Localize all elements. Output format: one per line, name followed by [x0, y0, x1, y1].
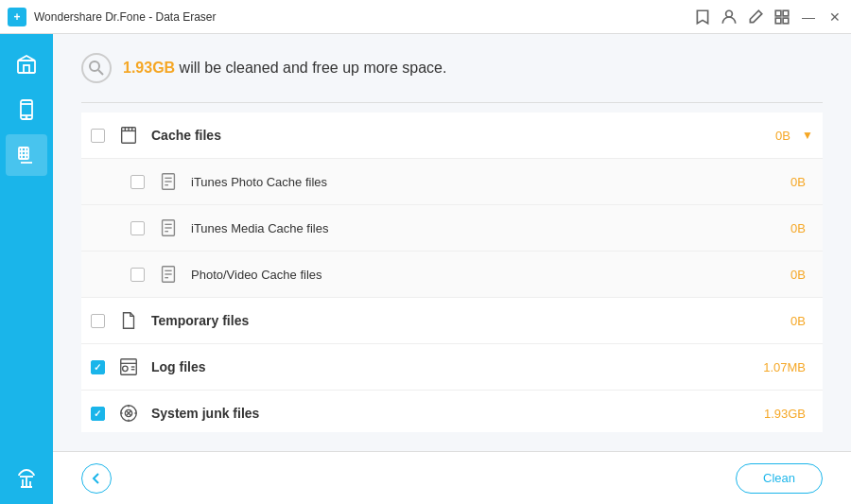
itunes-media-checkbox-wrap[interactable]: [129, 219, 146, 236]
windows-icon[interactable]: [773, 9, 790, 26]
log-label: Log files: [151, 359, 763, 374]
scan-result-text: 1.93GB will be cleaned and free up more …: [123, 60, 446, 77]
itunes-photo-checkbox[interactable]: [130, 175, 145, 189]
scan-description: will be cleaned and free up more space.: [175, 60, 446, 76]
cache-files-row[interactable]: Cache files 0B ▼: [81, 113, 823, 159]
photo-video-size: 0B: [790, 268, 806, 282]
temp-icon: [115, 307, 142, 334]
temp-files-row[interactable]: Temporary files 0B: [81, 298, 823, 344]
svg-point-16: [90, 61, 99, 71]
header-divider: [81, 102, 823, 103]
junk-checkbox-wrap[interactable]: [89, 405, 106, 422]
close-icon[interactable]: ✕: [826, 9, 843, 26]
cache-checkbox-wrap[interactable]: [89, 127, 106, 144]
cache-size: 0B: [775, 129, 790, 143]
photo-video-label: Photo/Video Cache files: [191, 268, 790, 282]
content-area: 1.93GB will be cleaned and free up more …: [53, 34, 851, 451]
itunes-media-cache-row[interactable]: iTunes Media Cache files 0B: [81, 205, 823, 252]
footer: Clean: [53, 451, 851, 504]
svg-rect-11: [19, 148, 28, 159]
sidebar-item-home[interactable]: [6, 43, 47, 85]
log-icon: [115, 354, 142, 380]
scan-header: 1.93GB will be cleaned and free up more …: [81, 53, 823, 83]
sidebar: [0, 34, 53, 504]
photo-video-cache-row[interactable]: Photo/Video Cache files 0B: [81, 252, 823, 298]
svg-rect-4: [783, 18, 789, 24]
app-logo: +: [8, 8, 26, 26]
search-icon: [81, 53, 112, 83]
junk-size: 1.93GB: [764, 407, 806, 421]
titlebar: + Wondershare Dr.Fone - Data Eraser — ✕: [0, 0, 851, 34]
photo-video-checkbox[interactable]: [130, 268, 145, 282]
svg-rect-5: [18, 61, 35, 73]
temp-label: Temporary files: [151, 313, 790, 328]
svg-rect-2: [783, 10, 789, 16]
itunes-media-size: 0B: [790, 221, 806, 235]
itunes-media-checkbox[interactable]: [130, 221, 145, 235]
itunes-media-icon: [155, 215, 182, 241]
junk-checkbox[interactable]: [91, 407, 105, 421]
back-button[interactable]: [81, 463, 112, 494]
itunes-photo-size: 0B: [790, 175, 806, 189]
cache-icon: [115, 122, 142, 148]
main-layout: 1.93GB will be cleaned and free up more …: [0, 34, 851, 504]
itunes-photo-checkbox-wrap[interactable]: [129, 173, 146, 190]
temp-size: 0B: [790, 314, 806, 328]
clean-label: Clean: [763, 471, 795, 485]
svg-point-10: [26, 117, 27, 118]
user-icon[interactable]: [721, 9, 738, 26]
cache-label: Cache files: [151, 128, 775, 143]
sidebar-item-device[interactable]: [6, 89, 47, 130]
sidebar-item-eraser[interactable]: [6, 134, 47, 176]
log-checkbox[interactable]: [91, 360, 105, 374]
svg-point-0: [726, 10, 733, 17]
app-title: Wondershare Dr.Fone - Data Eraser: [34, 10, 694, 24]
itunes-photo-label: iTunes Photo Cache files: [191, 175, 790, 189]
svg-rect-6: [24, 65, 29, 73]
log-checkbox-wrap[interactable]: [89, 358, 106, 375]
scan-size: 1.93GB: [123, 60, 175, 76]
clean-button[interactable]: Clean: [736, 463, 823, 494]
system-junk-row[interactable]: System junk files 1.93GB: [81, 391, 823, 432]
svg-rect-3: [775, 18, 781, 24]
edit-icon[interactable]: [747, 9, 764, 26]
junk-label: System junk files: [151, 406, 764, 421]
temp-checkbox-wrap[interactable]: [89, 312, 106, 329]
minimize-icon[interactable]: —: [800, 9, 817, 26]
photo-video-icon: [155, 261, 182, 287]
junk-icon: [115, 400, 142, 426]
bookmark-icon[interactable]: [694, 9, 711, 26]
svg-rect-1: [775, 10, 781, 16]
photo-video-checkbox-wrap[interactable]: [129, 266, 146, 283]
cache-expand-icon[interactable]: ▼: [800, 129, 815, 142]
itunes-photo-cache-row[interactable]: iTunes Photo Cache files 0B: [81, 159, 823, 205]
log-files-row[interactable]: Log files 1.07MB: [81, 344, 823, 391]
svg-point-36: [123, 366, 129, 372]
log-size: 1.07MB: [763, 360, 806, 374]
cache-checkbox[interactable]: [91, 129, 105, 143]
sidebar-item-clean[interactable]: [6, 459, 47, 500]
window-controls: — ✕: [694, 9, 843, 26]
temp-checkbox[interactable]: [91, 314, 105, 328]
itunes-media-label: iTunes Media Cache files: [191, 221, 790, 235]
itunes-photo-icon: [155, 168, 182, 195]
file-list: Cache files 0B ▼: [81, 113, 823, 432]
svg-line-17: [98, 70, 103, 75]
